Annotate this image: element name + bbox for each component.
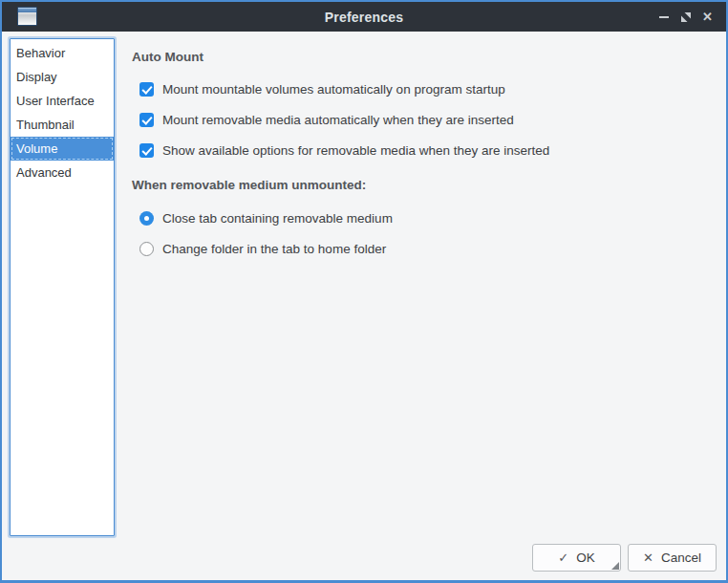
sidebar-item-user-interface[interactable]: User Interface — [11, 89, 114, 113]
ok-button-label: OK — [576, 551, 595, 565]
radio-label: Close tab containing removable medium — [162, 211, 393, 226]
radio-selected-icon[interactable] — [139, 211, 154, 226]
sidebar-item-thumbnail[interactable]: Thumbnail — [11, 113, 114, 137]
checkbox-checked-icon[interactable] — [139, 113, 154, 127]
minimize-icon — [659, 16, 669, 18]
sidebar-item-volume[interactable]: Volume — [11, 137, 114, 161]
restore-icon — [680, 11, 692, 23]
checkbox-label: Mount removable media automatically when… — [162, 113, 514, 127]
sidebar-item-display[interactable]: Display — [11, 65, 114, 89]
checkbox-checked-icon[interactable] — [139, 143, 154, 158]
close-icon: ✕ — [702, 11, 713, 23]
volume-settings-panel: Auto Mount Mount mountable volumes autom… — [132, 48, 715, 269]
dialog-body: Behavior Display User Interface Thumbnai… — [2, 32, 726, 580]
radio-label: Change folder in the tab to home folder — [162, 242, 386, 256]
checkbox-checked-icon[interactable] — [139, 82, 154, 97]
close-button[interactable]: ✕ — [696, 2, 718, 32]
dialog-buttons: ✓OK ✕Cancel — [532, 544, 717, 572]
cancel-button[interactable]: ✕Cancel — [628, 544, 717, 572]
unmount-behavior-header: When removable medium unmounted: — [132, 176, 715, 195]
auto-mount-header: Auto Mount — [132, 48, 715, 67]
checkbox-row-mount-removable[interactable]: Mount removable media automatically when… — [132, 109, 715, 130]
titlebar: Preferences ✕ — [2, 2, 726, 32]
checkbox-row-mount-volumes[interactable]: Mount mountable volumes automatically on… — [132, 78, 715, 99]
window-controls: ✕ — [653, 2, 718, 32]
cross-icon: ✕ — [643, 551, 653, 565]
cancel-button-label: Cancel — [661, 551, 701, 565]
window-title: Preferences — [2, 10, 726, 25]
checkbox-label: Mount mountable volumes automatically on… — [162, 82, 505, 97]
category-list: Behavior Display User Interface Thumbnai… — [10, 38, 115, 536]
radio-row-close-tab[interactable]: Close tab containing removable medium — [132, 207, 715, 228]
minimize-button[interactable] — [653, 2, 674, 32]
checkbox-label: Show available options for removable med… — [162, 143, 549, 158]
sidebar-item-behavior[interactable]: Behavior — [11, 41, 114, 65]
sidebar-item-advanced[interactable]: Advanced — [11, 161, 114, 184]
check-icon: ✓ — [558, 551, 568, 565]
restore-button[interactable] — [674, 2, 696, 32]
default-button-indicator-icon — [611, 562, 619, 570]
radio-unselected-icon[interactable] — [139, 242, 154, 256]
radio-row-change-folder[interactable]: Change folder in the tab to home folder — [132, 238, 715, 259]
preferences-window: Preferences ✕ Behavior Display User Inte… — [0, 0, 728, 583]
checkbox-row-show-options[interactable]: Show available options for removable med… — [132, 140, 715, 161]
ok-button[interactable]: ✓OK — [532, 544, 621, 572]
